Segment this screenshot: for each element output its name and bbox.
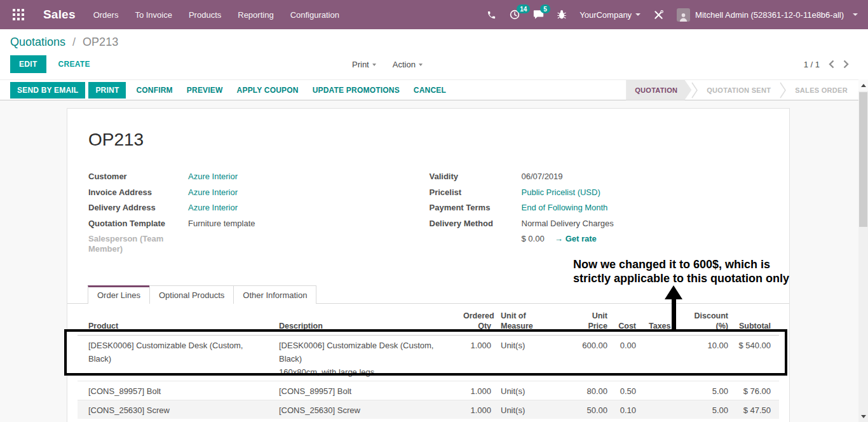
cell-subtotal[interactable]: $ 47.50 (733, 400, 779, 419)
rate-amount: $ 0.00 (522, 234, 545, 244)
cell-unit-price[interactable]: 80.00 (552, 381, 613, 400)
create-button[interactable]: CREATE (58, 60, 90, 69)
cell-uom[interactable]: Unit(s) (496, 381, 552, 400)
field-group-right: Validity06/07/2019 PricelistPublic Price… (430, 172, 771, 259)
menu-orders[interactable]: Orders (93, 10, 119, 20)
field-value-customer[interactable]: Azure Interior (188, 172, 238, 182)
order-lines-table: Product Description OrderedQty Unit ofMe… (78, 308, 779, 419)
chevron-down-icon (419, 64, 423, 66)
cell-product[interactable]: [CONS_25630] Screw (78, 400, 279, 419)
tools-icon[interactable] (654, 10, 663, 20)
breadcrumb-separator: / (72, 36, 76, 48)
form-sheet: OP213 CustomerAzure Interior Invoice Add… (67, 108, 790, 422)
messages-icon[interactable]: 5 (533, 10, 544, 20)
tab-optional-products[interactable]: Optional Products (149, 285, 234, 304)
confirm-button[interactable]: CONFIRM (136, 86, 172, 95)
cell-description[interactable]: [DESK0006] Customizable Desk (Custom, Bl… (279, 336, 463, 381)
cell-description[interactable]: [CONS_25630] Screw (279, 400, 463, 419)
triangle-down-icon (861, 415, 866, 418)
chevron-down-icon (372, 64, 376, 66)
cell-taxes[interactable] (641, 400, 678, 419)
cell-unit-price[interactable]: 600.00 (552, 336, 613, 381)
pager-prev-icon[interactable] (829, 60, 834, 69)
menu-configuration[interactable]: Configuration (290, 10, 339, 20)
cell-uom[interactable]: Unit(s) (496, 400, 552, 419)
field-value-payment-terms[interactable]: End of Following Month (522, 203, 608, 213)
company-switcher[interactable]: YourCompany (580, 10, 641, 20)
cell-uom[interactable]: Unit(s) (496, 336, 552, 381)
table-header-row: Product Description OrderedQty Unit ofMe… (78, 308, 779, 336)
cell-unit-price[interactable]: 50.00 (552, 400, 613, 419)
state-quotation[interactable]: QUOTATION (626, 80, 691, 100)
state-sales-order[interactable]: SALES ORDER (786, 80, 857, 100)
scrollbar-thumb[interactable] (859, 92, 867, 227)
print-dropdown[interactable]: Print (352, 60, 376, 69)
field-value-quotation-template: Furniture template (188, 219, 255, 229)
menu-products[interactable]: Products (189, 10, 221, 20)
main-menu: Orders To Invoice Products Reporting Con… (93, 10, 339, 20)
tab-order-lines[interactable]: Order Lines (88, 285, 150, 304)
field-value-pricelist[interactable]: Public Pricelist (USD) (522, 187, 600, 198)
field-label-payment-terms: Payment Terms (430, 203, 522, 213)
table-row-bolt[interactable]: [CONS_89957] Bolt [CONS_89957] Bolt 1.00… (78, 381, 779, 400)
status-pipeline: QUOTATION QUOTATION SENT SALES ORDER (626, 80, 857, 100)
cell-product[interactable]: [DESK0006] Customizable Desk (Custom, Bl… (78, 336, 279, 381)
breadcrumb-quotations[interactable]: Quotations (10, 36, 65, 48)
update-promotions-button[interactable]: UPDATE PROMOTIONS (313, 86, 400, 95)
action-dropdown[interactable]: Action (393, 60, 423, 69)
avatar (677, 8, 690, 22)
app-title[interactable]: Sales (43, 8, 76, 22)
user-name: Mitchell Admin (528361-12-0-11e8b6-all) (695, 10, 844, 20)
tab-other-information[interactable]: Other Information (233, 285, 316, 304)
cell-discount[interactable]: 10.00 (678, 336, 733, 381)
breadcrumb: Quotations / OP213 (10, 36, 858, 49)
field-value-delivery-address[interactable]: Azure Interior (188, 203, 238, 213)
col-header-unit-price: UnitPrice (552, 308, 613, 336)
state-quotation-sent[interactable]: QUOTATION SENT (698, 80, 780, 100)
cell-qty[interactable]: 1.000 (463, 400, 496, 419)
edit-button[interactable]: EDIT (10, 55, 46, 73)
cancel-button[interactable]: CANCEL (414, 86, 446, 95)
cell-cost[interactable]: 0.50 (613, 381, 641, 400)
field-label-delivery-address: Delivery Address (88, 203, 188, 213)
company-name: YourCompany (580, 10, 632, 20)
pager-next-icon[interactable] (843, 60, 849, 69)
menu-reporting[interactable]: Reporting (238, 10, 273, 20)
bug-icon[interactable] (557, 10, 566, 20)
send-by-email-button[interactable]: SEND BY EMAIL (10, 82, 85, 99)
cell-product[interactable]: [CONS_89957] Bolt (78, 381, 279, 400)
cell-subtotal[interactable]: $ 540.00 (733, 336, 779, 381)
pager-count: 1 / 1 (804, 60, 820, 69)
cell-qty[interactable]: 1.000 (463, 381, 496, 400)
cell-cost[interactable]: 0.10 (613, 400, 641, 419)
cell-cost[interactable]: 0.00 (613, 336, 641, 381)
col-header-discount: Discount(%) (678, 308, 733, 336)
vertical-scrollbar[interactable] (858, 79, 868, 422)
get-rate-button[interactable]: →Get rate (555, 234, 597, 244)
field-group-left: CustomerAzure Interior Invoice AddressAz… (88, 172, 430, 259)
field-label-invoice-address: Invoice Address (88, 187, 188, 198)
chevron-down-icon (635, 13, 641, 16)
control-panel: Quotations / OP213 EDIT CREATE Print Act… (0, 29, 868, 79)
user-menu[interactable]: Mitchell Admin (528361-12-0-11e8b6-all) (677, 8, 858, 22)
phone-icon[interactable] (487, 10, 496, 20)
cell-subtotal[interactable]: $ 76.00 (733, 381, 779, 400)
cell-qty[interactable]: 1.000 (463, 336, 496, 381)
apply-coupon-button[interactable]: APPLY COUPON (237, 86, 299, 95)
table-row-screw[interactable]: [CONS_25630] Screw [CONS_25630] Screw 1.… (78, 400, 779, 419)
scroll-up-button[interactable] (858, 79, 868, 91)
cell-taxes[interactable] (641, 336, 678, 381)
field-groups: CustomerAzure Interior Invoice AddressAz… (88, 172, 770, 259)
cell-discount[interactable]: 5.00 (678, 381, 733, 400)
cell-taxes[interactable] (641, 381, 678, 400)
apps-grid-icon[interactable] (10, 6, 27, 23)
field-value-invoice-address[interactable]: Azure Interior (188, 187, 238, 198)
print-button[interactable]: PRINT (88, 82, 126, 99)
activity-clock-icon[interactable]: 14 (510, 10, 520, 20)
scroll-down-button[interactable] (858, 411, 868, 422)
menu-to-invoice[interactable]: To Invoice (135, 10, 172, 20)
preview-button[interactable]: PREVIEW (187, 86, 223, 95)
cell-discount[interactable]: 5.00 (678, 400, 733, 419)
cell-description[interactable]: [CONS_89957] Bolt (279, 381, 463, 400)
table-row-desk[interactable]: [DESK0006] Customizable Desk (Custom, Bl… (78, 336, 779, 381)
